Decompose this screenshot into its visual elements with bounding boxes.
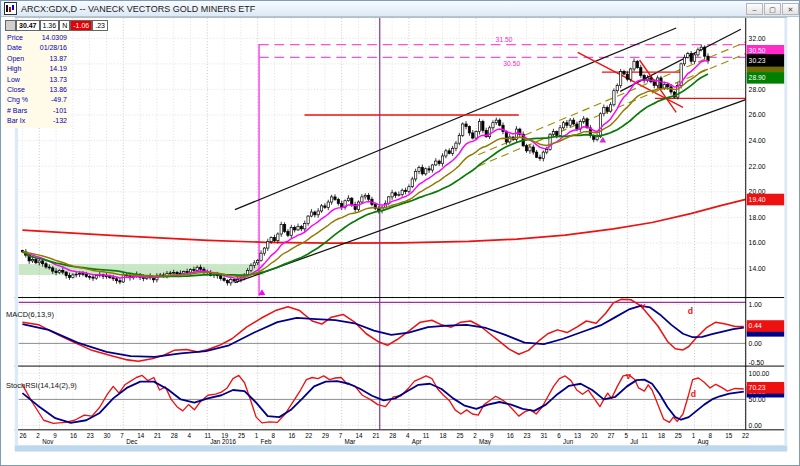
- quote-symbol-icon: [5, 20, 16, 31]
- price-level-label: 31.50: [496, 36, 513, 43]
- candle-body: [226, 280, 228, 283]
- candle-body: [455, 143, 457, 148]
- candle-body: [653, 82, 655, 86]
- candle-body: [220, 276, 222, 279]
- x-tick-label: 18: [658, 432, 665, 439]
- window-title: ARCX:GDX,D -- VANECK VECTORS GOLD MINERS…: [21, 4, 255, 14]
- x-month-label: May: [479, 438, 492, 446]
- candle-body: [193, 270, 195, 271]
- info-label: Price: [7, 33, 23, 43]
- candle-body: [552, 132, 554, 135]
- candle-body: [690, 54, 692, 62]
- quote-bar: 30.47 1.36 N -1.06 .23: [5, 20, 108, 31]
- candle-body: [105, 276, 107, 277]
- x-tick-label: 8: [272, 432, 276, 439]
- candle-body: [411, 179, 413, 187]
- x-tick-label: 25: [456, 432, 463, 439]
- candle-body: [92, 277, 94, 278]
- candle-body: [441, 156, 443, 164]
- candle-body: [663, 84, 665, 88]
- info-row: Price14.0309: [7, 33, 67, 43]
- axis-price-marker-label: 30.23: [749, 57, 766, 64]
- cursor-info-panel: Price14.0309Date01/28/16Open13.87High14.…: [5, 32, 69, 128]
- fast-ma-magenta-line: [22, 61, 708, 278]
- info-row: Bar Ix-132: [7, 116, 67, 126]
- candle-body: [223, 279, 225, 281]
- candle-body: [640, 68, 642, 76]
- y-tick-label: 26.00: [749, 111, 766, 118]
- candle-body: [566, 123, 568, 126]
- candle-body: [280, 224, 282, 234]
- x-tick-label: 25: [675, 432, 682, 439]
- axis-price-marker-label: 70.23: [749, 384, 766, 391]
- info-row: Close13.86: [7, 85, 67, 95]
- chart-canvas[interactable]: 31.5030.50vdvd32.0030.0028.0026.0024.002…: [1, 17, 800, 466]
- candle-body: [62, 270, 64, 272]
- maximize-button[interactable]: ▢: [764, 3, 781, 15]
- candle-body: [38, 261, 40, 263]
- x-tick-label: 22: [305, 432, 312, 439]
- candle-body: [45, 264, 47, 267]
- candle-body: [176, 272, 178, 274]
- candle-body: [445, 151, 447, 156]
- close-button[interactable]: ✕: [782, 3, 799, 15]
- trendline-black: [235, 100, 746, 283]
- candle-body: [559, 128, 561, 136]
- candle-body: [535, 152, 537, 157]
- candle-body: [636, 61, 638, 67]
- x-tick-label: 21: [154, 432, 161, 439]
- candle-body: [603, 107, 605, 113]
- candle-body: [475, 132, 477, 138]
- candle-body: [95, 276, 97, 279]
- quote-flag: N: [59, 20, 70, 31]
- candle-body: [606, 107, 608, 111]
- info-value: 13.86: [49, 85, 67, 95]
- quote-last: 30.47: [16, 20, 40, 31]
- info-row: # Bars-101: [7, 106, 67, 116]
- title-bar: ARCX:GDX,D -- VANECK VECTORS GOLD MINERS…: [1, 1, 800, 17]
- candle-body: [233, 279, 235, 281]
- candle-body: [317, 211, 319, 215]
- candle-body: [569, 120, 571, 125]
- candle-body: [199, 267, 201, 269]
- candle-body: [196, 267, 198, 270]
- candle-body: [367, 195, 369, 199]
- info-value: 13.73: [49, 75, 67, 85]
- quote-change-pct: .23: [92, 20, 108, 31]
- axis-price-marker-label: 19.40: [749, 196, 766, 203]
- candle-body: [236, 279, 238, 281]
- info-value: 14.0309: [42, 33, 67, 43]
- candle-body: [697, 50, 699, 55]
- x-tick-label: 14: [137, 432, 144, 439]
- candle-body: [364, 195, 366, 197]
- x-tick-label: 28: [389, 432, 396, 439]
- candle-body: [462, 124, 464, 136]
- candle-body: [324, 206, 326, 208]
- candle-body: [320, 206, 322, 211]
- candle-body: [609, 105, 611, 111]
- candle-body: [310, 212, 312, 216]
- candle-body: [683, 57, 685, 63]
- candle-body: [304, 224, 306, 229]
- candle-body: [300, 226, 302, 229]
- y-tick-label: -0.50: [749, 359, 765, 366]
- candle-body: [52, 268, 54, 271]
- x-tick-label: 31: [540, 432, 547, 439]
- x-tick-label: 8: [708, 432, 712, 439]
- x-tick-label: 20: [591, 432, 598, 439]
- candle-body: [404, 190, 406, 191]
- candles: [21, 45, 709, 286]
- candle-body: [428, 169, 430, 170]
- candle-body: [253, 263, 255, 266]
- info-row: Low13.73: [7, 75, 67, 85]
- candle-body: [693, 55, 695, 61]
- x-tick-label: 27: [608, 432, 615, 439]
- x-month-label: Apr: [412, 438, 422, 446]
- x-tick-label: 13: [574, 432, 581, 439]
- candle-body: [458, 135, 460, 143]
- candle-body: [626, 74, 628, 79]
- minimize-button[interactable]: –: [746, 3, 763, 15]
- y-tick-label: 32.00: [749, 35, 766, 42]
- candle-body: [183, 272, 185, 274]
- x-month-label: Jul: [630, 438, 638, 445]
